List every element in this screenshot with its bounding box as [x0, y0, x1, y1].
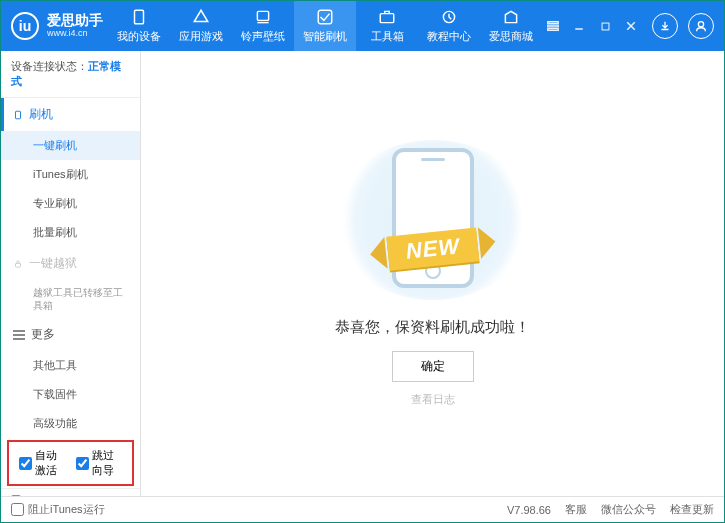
- nav-icon: [440, 8, 458, 26]
- minimize-icon[interactable]: [568, 15, 590, 37]
- main-content: NEW 恭喜您，保资料刷机成功啦！ 确定 查看日志: [141, 51, 724, 496]
- sidebar-item-flash-3[interactable]: 批量刷机: [1, 218, 140, 247]
- brand-logo-icon: iu: [11, 12, 39, 40]
- svg-rect-6: [548, 25, 559, 27]
- nav-item-4[interactable]: 工具箱: [356, 1, 418, 51]
- svg-rect-7: [548, 29, 559, 31]
- sidebar-item-flash-0[interactable]: 一键刷机: [1, 131, 140, 160]
- svg-rect-0: [135, 10, 144, 24]
- nav-icon: [316, 8, 334, 26]
- nav-icon: [502, 8, 520, 26]
- nav-label: 铃声壁纸: [241, 29, 285, 44]
- conn-label: 设备连接状态：: [11, 60, 88, 72]
- download-icon[interactable]: [652, 13, 678, 39]
- success-message: 恭喜您，保资料刷机成功啦！: [335, 318, 530, 337]
- nav-label: 教程中心: [427, 29, 471, 44]
- sidebar-checkboxes: 自动激活 跳过向导: [7, 440, 134, 486]
- svg-rect-1: [257, 11, 268, 20]
- user-icon[interactable]: [688, 13, 714, 39]
- nav-icon: [378, 8, 396, 26]
- nav-icon: [192, 8, 210, 26]
- version-label: V7.98.66: [507, 504, 551, 516]
- title-controls: [542, 13, 714, 39]
- sidebar-section-jailbreak: 一键越狱: [1, 247, 140, 280]
- nav-icon: [130, 8, 148, 26]
- jailbreak-note: 越狱工具已转移至工具箱: [1, 280, 140, 318]
- customer-service-link[interactable]: 客服: [565, 502, 587, 517]
- sidebar: 设备连接状态：正常模式 刷机 一键刷机iTunes刷机专业刷机批量刷机 一键越狱…: [1, 51, 141, 496]
- footer: 阻止iTunes运行 V7.98.66 客服 微信公众号 检查更新: [1, 496, 724, 522]
- sidebar-item-more-0[interactable]: 其他工具: [1, 351, 140, 380]
- close-icon[interactable]: [620, 15, 642, 37]
- sidebar-item-more-2[interactable]: 高级功能: [1, 409, 140, 438]
- skip-guide-checkbox[interactable]: 跳过向导: [76, 448, 123, 478]
- sidebar-section-flash[interactable]: 刷机: [1, 98, 140, 131]
- nav-label: 我的设备: [117, 29, 161, 44]
- ok-button[interactable]: 确定: [392, 351, 474, 382]
- connection-status: 设备连接状态：正常模式: [1, 51, 140, 98]
- svg-rect-2: [318, 10, 332, 24]
- svg-rect-5: [548, 22, 559, 24]
- phone-icon: [13, 110, 23, 120]
- svg-rect-9: [602, 23, 609, 30]
- nav-item-6[interactable]: 爱思商城: [480, 1, 542, 51]
- success-illustration: NEW: [333, 140, 533, 300]
- svg-rect-13: [16, 111, 21, 119]
- sidebar-jailbreak-title: 一键越狱: [29, 255, 77, 272]
- nav-label: 爱思商城: [489, 29, 533, 44]
- titlebar: iu 爱思助手 www.i4.cn 我的设备应用游戏铃声壁纸智能刷机工具箱教程中…: [1, 1, 724, 51]
- block-itunes-checkbox[interactable]: 阻止iTunes运行: [11, 502, 507, 517]
- nav-icon: [254, 8, 272, 26]
- nav-item-1[interactable]: 应用游戏: [170, 1, 232, 51]
- maximize-icon[interactable]: [594, 15, 616, 37]
- check-update-link[interactable]: 检查更新: [670, 502, 714, 517]
- nav-item-2[interactable]: 铃声壁纸: [232, 1, 294, 51]
- nav-item-0[interactable]: 我的设备: [108, 1, 170, 51]
- svg-rect-14: [16, 263, 21, 267]
- nav-label: 应用游戏: [179, 29, 223, 44]
- main-nav: 我的设备应用游戏铃声壁纸智能刷机工具箱教程中心爱思商城: [108, 1, 542, 51]
- nav-label: 智能刷机: [303, 29, 347, 44]
- nav-label: 工具箱: [371, 29, 404, 44]
- wechat-link[interactable]: 微信公众号: [601, 502, 656, 517]
- sidebar-more-title: 更多: [31, 326, 55, 343]
- lock-icon: [13, 259, 23, 269]
- sidebar-item-flash-2[interactable]: 专业刷机: [1, 189, 140, 218]
- nav-item-3[interactable]: 智能刷机: [294, 1, 356, 51]
- auto-activate-checkbox[interactable]: 自动激活: [19, 448, 66, 478]
- brand: iu 爱思助手 www.i4.cn: [11, 12, 108, 40]
- brand-name: 爱思助手: [47, 13, 103, 28]
- svg-rect-3: [380, 14, 394, 23]
- settings-menu-icon[interactable]: [542, 15, 564, 37]
- svg-point-12: [698, 22, 703, 27]
- device-block[interactable]: iPhone 12 mini 64GB Down-12mini-13,1: [1, 488, 140, 496]
- sidebar-item-more-1[interactable]: 下载固件: [1, 380, 140, 409]
- hamburger-icon: [13, 328, 25, 342]
- brand-url: www.i4.cn: [47, 29, 103, 39]
- sidebar-section-more[interactable]: 更多: [1, 318, 140, 351]
- view-log-link[interactable]: 查看日志: [411, 392, 455, 407]
- sidebar-flash-title: 刷机: [29, 106, 53, 123]
- sidebar-item-flash-1[interactable]: iTunes刷机: [1, 160, 140, 189]
- nav-item-5[interactable]: 教程中心: [418, 1, 480, 51]
